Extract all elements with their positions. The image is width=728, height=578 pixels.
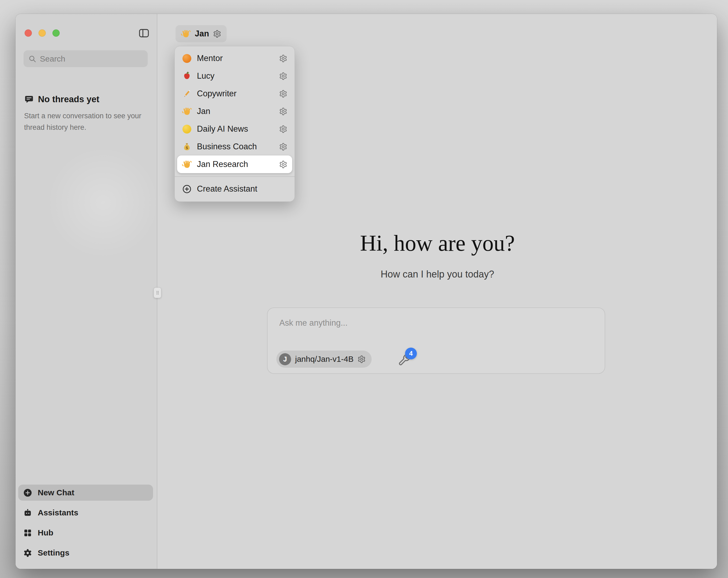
sidebar-item-hub[interactable]: Hub xyxy=(18,525,153,541)
assistant-settings-icon[interactable] xyxy=(279,72,287,80)
menu-item-label: Jan Research xyxy=(197,159,248,169)
menu-item-label: Mentor xyxy=(197,53,223,63)
settings-gear-icon xyxy=(23,548,32,558)
menu-item-label: Create Assistant xyxy=(197,184,257,194)
assistant-settings-icon[interactable] xyxy=(279,54,287,62)
close-button[interactable] xyxy=(25,29,32,37)
assistant-settings-icon[interactable] xyxy=(279,143,287,151)
tools-button[interactable]: 4 xyxy=(398,348,418,369)
model-avatar: J xyxy=(279,353,291,365)
pencil-icon xyxy=(182,89,192,99)
menu-item-jan[interactable]: Jan xyxy=(177,102,292,120)
money-bag-icon xyxy=(182,142,192,152)
nav-label: Assistants xyxy=(38,508,78,517)
sidebar-item-settings[interactable]: Settings xyxy=(18,545,153,561)
orange-circle-icon xyxy=(182,54,191,63)
grip-dots-icon xyxy=(155,289,160,297)
wave-hand-icon xyxy=(182,159,192,169)
sidebar-nav: New Chat Assistants Hub Settings xyxy=(18,485,153,561)
empty-state-subtitle: Start a new conversation to see your thr… xyxy=(24,110,145,133)
menu-item-business-coach[interactable]: Business Coach xyxy=(177,138,292,155)
zoom-button[interactable] xyxy=(52,29,60,37)
search-icon xyxy=(28,55,36,63)
menu-item-mentor[interactable]: Mentor xyxy=(177,50,292,67)
assistant-settings-icon[interactable] xyxy=(213,30,221,38)
sidebar-resize-handle[interactable] xyxy=(154,287,161,298)
nav-label: Settings xyxy=(38,548,69,557)
nav-label: New Chat xyxy=(38,488,74,497)
empty-state-title: No threads yet xyxy=(38,94,99,104)
menu-item-copywriter[interactable]: Copywriter xyxy=(177,85,292,102)
model-selector-button[interactable]: J janhq/Jan-v1-4B xyxy=(277,351,372,368)
menu-item-create-assistant[interactable]: Create Assistant xyxy=(177,180,292,198)
sidebar-toggle-button[interactable] xyxy=(138,27,150,39)
sidebar-item-assistants[interactable]: Assistants xyxy=(18,505,153,521)
menu-item-lucy[interactable]: Lucy xyxy=(177,67,292,85)
composer-input[interactable] xyxy=(267,308,605,340)
sidebar-panel-icon xyxy=(138,27,150,39)
current-assistant-label: Jan xyxy=(195,29,209,39)
model-name: janhq/Jan-v1-4B xyxy=(295,355,354,364)
yellow-circle-icon xyxy=(182,125,191,133)
search-box[interactable] xyxy=(24,50,148,67)
menu-item-label: Lucy xyxy=(197,71,214,81)
assistant-settings-icon[interactable] xyxy=(279,90,287,98)
menu-item-jan-research[interactable]: Jan Research xyxy=(177,155,292,173)
assistant-settings-icon[interactable] xyxy=(279,107,287,116)
sidebar: No threads yet Start a new conversation … xyxy=(16,14,157,569)
search-input[interactable] xyxy=(40,54,143,64)
window-controls xyxy=(25,29,60,37)
minimize-button[interactable] xyxy=(38,29,46,37)
plus-circle-icon xyxy=(23,488,32,498)
threads-empty-state: No threads yet Start a new conversation … xyxy=(24,94,145,133)
nav-label: Hub xyxy=(38,528,53,537)
assistant-settings-icon[interactable] xyxy=(279,125,287,133)
model-settings-icon[interactable] xyxy=(358,355,366,363)
menu-item-label: Copywriter xyxy=(197,89,236,99)
plus-circle-outline-icon xyxy=(182,184,192,194)
composer: J janhq/Jan-v1-4B 4 xyxy=(267,307,605,374)
hub-grid-icon xyxy=(23,528,32,537)
app-window: No threads yet Start a new conversation … xyxy=(16,14,717,569)
greeting-subtitle: How can I help you today? xyxy=(158,269,717,280)
menu-item-daily-ai-news[interactable]: Daily AI News xyxy=(177,120,292,138)
assistant-selector-button[interactable]: Jan xyxy=(176,25,227,42)
assistants-icon xyxy=(23,508,32,518)
menu-item-label: Business Coach xyxy=(197,142,257,151)
tools-count-badge: 4 xyxy=(405,348,417,359)
menu-separator xyxy=(175,176,294,177)
chat-bubble-icon xyxy=(24,95,34,104)
sidebar-item-new-chat[interactable]: New Chat xyxy=(18,485,153,501)
menu-item-label: Daily AI News xyxy=(197,124,248,134)
wave-hand-icon xyxy=(182,106,192,117)
assistant-settings-icon[interactable] xyxy=(279,160,287,169)
wave-hand-icon xyxy=(181,29,191,39)
apple-icon xyxy=(182,71,192,81)
main-area: Jan Mentor Lucy Copywriter Jan xyxy=(158,14,717,569)
menu-item-label: Jan xyxy=(197,106,210,116)
assistant-dropdown-menu: Mentor Lucy Copywriter Jan Daily AI News xyxy=(175,46,295,202)
greeting-title: Hi, how are you? xyxy=(158,230,717,256)
